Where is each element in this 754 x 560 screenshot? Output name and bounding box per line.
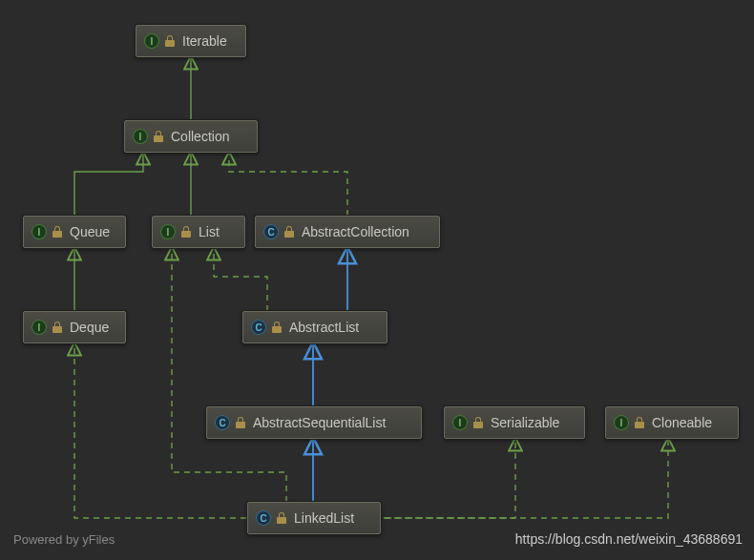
lock-icon: [277, 512, 286, 524]
lock-icon: [181, 226, 191, 238]
lock-icon: [272, 321, 282, 333]
lock-icon: [154, 131, 163, 142]
interface-badge-icon: I: [31, 224, 47, 239]
edge-queue-to-collection: [74, 153, 143, 216]
node-absseq: CAbstractSequentialList: [206, 406, 422, 439]
node-label: Iterable: [182, 33, 227, 49]
lock-icon: [635, 417, 644, 428]
lock-icon: [284, 226, 294, 238]
node-label: AbstractCollection: [302, 224, 409, 239]
node-label: AbstractList: [289, 320, 359, 335]
node-label: Cloneable: [652, 415, 712, 430]
node-linked: CLinkedList: [247, 502, 381, 534]
interface-badge-icon: I: [144, 33, 159, 49]
node-label: Collection: [171, 129, 229, 144]
node-label: Serializable: [491, 415, 559, 430]
footer-url: https://blog.csdn.net/weixin_43688691: [515, 531, 743, 547]
node-queue: IQueue: [23, 216, 126, 248]
lock-icon: [473, 417, 483, 428]
class-badge-icon: C: [263, 224, 279, 239]
node-label: AbstractSequentialList: [253, 415, 386, 430]
node-serial: ISerializable: [444, 406, 585, 439]
node-abslist: CAbstractList: [242, 311, 387, 343]
node-collection: ICollection: [124, 120, 258, 153]
lock-icon: [236, 417, 245, 428]
lock-icon: [165, 35, 175, 47]
interface-badge-icon: I: [160, 224, 176, 239]
lock-icon: [52, 321, 62, 333]
node-label: Queue: [70, 224, 110, 239]
node-clone: ICloneable: [605, 406, 739, 439]
interface-badge-icon: I: [133, 129, 148, 144]
node-label: LinkedList: [294, 510, 354, 526]
edge-abslist-to-list: [214, 248, 267, 311]
node-iterable: IIterable: [136, 25, 246, 57]
interface-badge-icon: I: [452, 415, 468, 430]
edge-linked-to-list: [172, 248, 286, 502]
footer-credit: Powered by yFiles: [13, 532, 115, 547]
edges-layer: [0, 0, 754, 560]
node-label: List: [199, 224, 220, 239]
edge-linked-to-clone: [363, 439, 668, 518]
node-label: Deque: [70, 320, 109, 335]
class-badge-icon: C: [215, 415, 230, 430]
class-hierarchy-diagram: IIterableICollectionIQueueIListCAbstract…: [0, 0, 754, 560]
edge-abscoll-to-collection: [229, 153, 347, 216]
class-badge-icon: C: [251, 320, 266, 335]
node-list: IList: [152, 216, 245, 248]
class-badge-icon: C: [256, 510, 271, 526]
lock-icon: [52, 226, 62, 238]
interface-badge-icon: I: [31, 320, 47, 335]
node-deque: IDeque: [23, 311, 126, 343]
interface-badge-icon: I: [614, 415, 629, 430]
node-abscoll: CAbstractCollection: [255, 216, 440, 248]
